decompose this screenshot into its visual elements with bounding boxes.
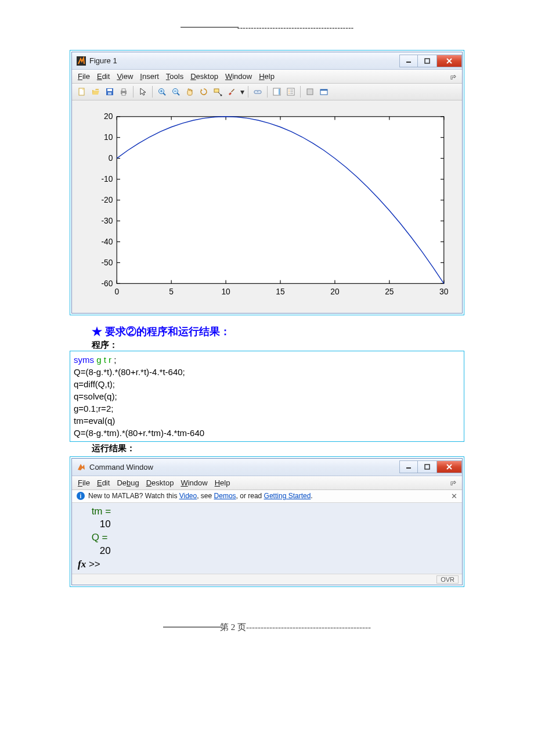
figure-window-wrap: Figure 1 File Edit View Insert Tools Des… xyxy=(70,50,464,315)
svg-text:15: 15 xyxy=(276,287,285,296)
menu-file[interactable]: File xyxy=(78,478,90,487)
menu-desktop[interactable]: Desktop xyxy=(190,72,218,81)
svg-text:30: 30 xyxy=(439,287,449,296)
matlab-figure-icon xyxy=(77,56,86,66)
print-icon[interactable] xyxy=(117,85,130,98)
info-bar: i New to MATLAB? Watch this Video, see D… xyxy=(72,490,462,503)
zoom-in-icon[interactable] xyxy=(156,85,168,98)
save-icon[interactable] xyxy=(103,85,116,98)
menu-window[interactable]: Window xyxy=(225,72,252,81)
svg-rect-72 xyxy=(425,465,430,469)
svg-text:0: 0 xyxy=(114,287,119,296)
menu-edit[interactable]: Edit xyxy=(97,478,110,487)
fx-icon[interactable]: fx xyxy=(78,559,86,570)
brush-icon[interactable] xyxy=(225,85,238,98)
colorbar-icon[interactable] xyxy=(270,85,283,98)
figure-axes: 20100-10-20-30-40-50-60051015202530 xyxy=(80,109,454,303)
menu-help[interactable]: Help xyxy=(259,72,275,81)
maximize-button[interactable] xyxy=(418,460,436,473)
cmd-titlebar: Command Window xyxy=(72,459,462,476)
menu-window[interactable]: Window xyxy=(181,478,207,487)
command-window-wrap: Command Window File Edit Debug Desktop W… xyxy=(70,456,464,588)
code-label: 程序： xyxy=(92,340,464,351)
svg-text:5: 5 xyxy=(169,287,174,296)
cmd-menubar: File Edit Debug Desktop Window Help ⏎ xyxy=(72,476,462,490)
minimize-button[interactable] xyxy=(399,55,418,67)
svg-text:-40: -40 xyxy=(101,237,113,246)
menu-help[interactable]: Help xyxy=(215,478,230,487)
cmd-output: tm = 10 Q = 20 fx >> xyxy=(72,503,462,574)
svg-rect-5 xyxy=(107,89,112,91)
link-icon[interactable] xyxy=(251,85,264,98)
menu-edit[interactable]: Edit xyxy=(97,72,110,81)
svg-text:-30: -30 xyxy=(101,217,113,225)
info-close-icon[interactable]: ✕ xyxy=(451,492,457,501)
close-button[interactable] xyxy=(436,460,462,473)
svg-rect-6 xyxy=(108,92,111,95)
svg-rect-2 xyxy=(425,59,430,63)
section-heading: ★ 要求②的程序和运行结果： xyxy=(92,325,464,339)
status-bar: OVR xyxy=(72,574,462,585)
hide-tools-icon[interactable] xyxy=(304,85,316,98)
info-icon: i xyxy=(77,492,85,500)
dock-icon[interactable]: ⏎ xyxy=(450,73,456,81)
figure-title: Figure 1 xyxy=(89,56,117,65)
zoom-out-icon[interactable] xyxy=(169,85,182,98)
result-label: 运行结果： xyxy=(92,443,464,454)
video-link[interactable]: Video xyxy=(179,492,197,500)
menu-file[interactable]: File xyxy=(78,72,90,81)
close-button[interactable] xyxy=(436,55,462,67)
menu-debug[interactable]: Debug xyxy=(117,478,139,487)
svg-rect-1 xyxy=(406,62,411,63)
svg-text:0: 0 xyxy=(109,154,113,163)
svg-text:10: 10 xyxy=(104,133,113,142)
svg-text:-10: -10 xyxy=(101,175,113,183)
pointer-icon[interactable] xyxy=(136,85,149,98)
top-rule: ----------------------------------------… xyxy=(70,23,464,33)
menu-view[interactable]: View xyxy=(117,72,133,81)
svg-rect-71 xyxy=(406,467,411,469)
demos-link[interactable]: Demos xyxy=(214,492,236,500)
svg-rect-20 xyxy=(320,89,327,91)
svg-rect-9 xyxy=(122,93,125,95)
figure-menubar: File Edit View Insert Tools Desktop Wind… xyxy=(72,70,462,84)
brush-dropdown-icon[interactable]: ▾ xyxy=(239,85,245,98)
dock-figure-icon[interactable] xyxy=(317,85,330,98)
svg-rect-12 xyxy=(214,89,219,92)
open-icon[interactable] xyxy=(89,85,102,98)
ovr-indicator: OVR xyxy=(436,575,459,584)
svg-text:20: 20 xyxy=(330,287,340,296)
rotate-icon[interactable] xyxy=(197,85,210,98)
prompt[interactable]: >> xyxy=(89,559,100,570)
svg-text:-20: -20 xyxy=(101,196,113,204)
window-buttons xyxy=(399,55,462,67)
code-box: syms g t r ; Q=(8-g.*t).*(80+r.*t)-4.*t-… xyxy=(70,351,464,442)
svg-rect-8 xyxy=(122,89,125,91)
pan-icon[interactable] xyxy=(183,85,196,98)
info-text: New to MATLAB? Watch this Video, see Dem… xyxy=(88,492,313,500)
menu-desktop[interactable]: Desktop xyxy=(146,478,174,487)
svg-marker-70 xyxy=(78,464,85,470)
figure-titlebar: Figure 1 xyxy=(72,52,462,70)
minimize-button[interactable] xyxy=(399,460,418,473)
data-cursor-icon[interactable] xyxy=(211,85,224,98)
plot-area: 20100-10-20-30-40-50-60051015202530 xyxy=(72,100,462,313)
svg-point-13 xyxy=(221,95,222,96)
svg-text:-50: -50 xyxy=(101,258,113,267)
svg-text:25: 25 xyxy=(385,287,394,296)
figure-window: Figure 1 File Edit View Insert Tools Des… xyxy=(71,52,463,314)
matlab-icon xyxy=(77,462,86,471)
svg-text:-60: -60 xyxy=(101,279,113,288)
legend-icon[interactable] xyxy=(284,85,297,98)
svg-rect-21 xyxy=(117,117,444,284)
svg-rect-18 xyxy=(307,89,313,95)
command-window: Command Window File Edit Debug Desktop W… xyxy=(71,458,463,586)
cmd-title: Command Window xyxy=(89,463,153,471)
menu-tools[interactable]: Tools xyxy=(166,72,183,81)
page-footer: 第 2 页-----------------------------------… xyxy=(70,622,464,633)
getting-started-link[interactable]: Getting Started xyxy=(264,492,311,500)
menu-insert[interactable]: Insert xyxy=(140,72,159,81)
maximize-button[interactable] xyxy=(418,55,436,67)
new-file-icon[interactable] xyxy=(75,85,88,98)
dock-icon[interactable]: ⏎ xyxy=(450,478,456,487)
